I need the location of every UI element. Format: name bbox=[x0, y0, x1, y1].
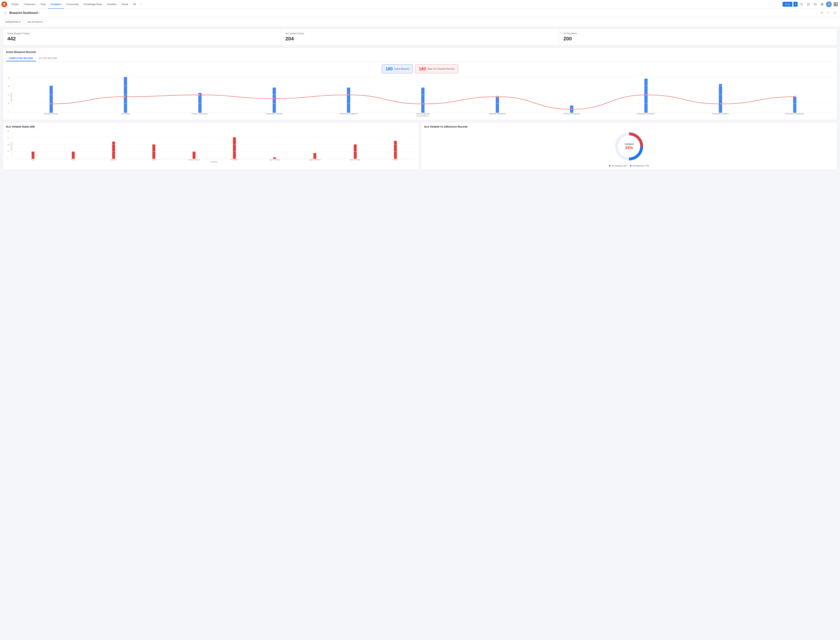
svg-rect-2 bbox=[814, 3, 816, 5]
sla-bar-group-3 bbox=[134, 130, 174, 159]
bar-label-6: Leadership Development bbox=[460, 113, 534, 115]
all-blueprints-filter[interactable]: All BluePrints ▾ bbox=[3, 19, 23, 24]
blueprints-bars-container bbox=[13, 77, 833, 113]
bar-label-10: Performance Management 2 bbox=[758, 113, 832, 115]
nav-item-activities[interactable]: Activities bbox=[104, 0, 119, 9]
sla-overdue-badge: 180 State SLA Overdue Records bbox=[415, 64, 458, 74]
bar-group-8 bbox=[609, 77, 683, 113]
user-avatar[interactable] bbox=[826, 2, 832, 7]
page-title[interactable]: Blueprint Dashboard ▾ bbox=[9, 11, 40, 14]
sla-bar-label-0: Open bbox=[13, 159, 53, 161]
nav-item-customers[interactable]: Customers bbox=[21, 0, 38, 9]
search-button[interactable] bbox=[799, 2, 805, 7]
bar-5 bbox=[421, 88, 425, 113]
bar-0 bbox=[50, 86, 53, 113]
tab-completed-record[interactable]: COMPLETED RECORD bbox=[6, 56, 36, 61]
zpad-button[interactable]: zPad bbox=[782, 2, 792, 6]
nav-item-tickets[interactable]: Tickets bbox=[9, 0, 21, 9]
sla-bar-group-6 bbox=[255, 130, 295, 159]
bar-group-4 bbox=[311, 77, 386, 113]
nav-item-knowledge-base[interactable]: Knowledge Base bbox=[81, 0, 104, 9]
nav-item-social[interactable]: Social bbox=[119, 0, 131, 9]
sla-bars-row bbox=[12, 130, 416, 159]
subheader: Blueprint Dashboard ▾ ••• ⤢ ⓘ bbox=[0, 9, 840, 17]
zpad-dropdown-button[interactable]: ▾ bbox=[794, 2, 798, 6]
stat-transitions-value: 200 bbox=[563, 36, 833, 42]
sla-adherence-card: SLA Violated Vs Adherence Records Violat… bbox=[421, 122, 837, 170]
more-options-button[interactable]: ••• bbox=[819, 10, 824, 16]
bar-7 bbox=[570, 106, 573, 113]
bar-9 bbox=[719, 84, 722, 113]
sla-bar-5 bbox=[233, 137, 236, 159]
bar-label-8: Compensation & Benefits 2 bbox=[609, 113, 683, 115]
bottom-row: SLA Violated States (89) VIOLATED 0 10 2… bbox=[3, 122, 837, 170]
svg-point-3 bbox=[822, 4, 822, 5]
svg-point-4 bbox=[828, 3, 830, 4]
bar-group-2 bbox=[163, 77, 237, 113]
active-records-title: Active Blueprint Records bbox=[6, 51, 834, 53]
bar-label-4: Performance management bbox=[311, 113, 386, 115]
svg-point-0 bbox=[800, 3, 803, 5]
bar-group-1 bbox=[88, 77, 163, 113]
blueprints-x-labels: Recruitment ProcessGoal SettingTraining … bbox=[14, 113, 832, 115]
stat-active-value: 442 bbox=[7, 36, 277, 42]
bar-3 bbox=[273, 88, 276, 113]
bar-group-0 bbox=[14, 77, 88, 113]
violations-legend-item: 20 Violations 25% bbox=[609, 165, 627, 167]
sla-bar-7 bbox=[313, 153, 316, 159]
sla-bar-label-2: Escalated bbox=[93, 159, 133, 161]
bookmark-button[interactable] bbox=[806, 2, 811, 7]
stat-sla-label: Sla Violated Tickets bbox=[285, 32, 555, 35]
bar-group-5 bbox=[386, 77, 460, 113]
stat-sla-violated-tickets: Sla Violated Tickets 204 bbox=[281, 29, 559, 45]
blueprints-bars-row bbox=[13, 77, 833, 113]
blueprints-y-axis-label: RECORDS bbox=[10, 93, 12, 102]
records-tabs: COMPLETED RECORD ACTIVE RECORD bbox=[6, 56, 834, 62]
settings-button[interactable] bbox=[819, 2, 825, 7]
sla-bar-group-1 bbox=[53, 130, 93, 159]
nav-item-im[interactable]: IM bbox=[131, 0, 138, 9]
stat-all-transitions: All Transitions 200 bbox=[559, 29, 837, 45]
sla-bar-label-6: Bug Fix Pending bbox=[254, 159, 295, 161]
blueprints-x-axis-title: BLUEPRINTS bbox=[13, 115, 833, 117]
stat-active-blueprint-tickets: Active Blueprint Tickets 442 bbox=[3, 29, 281, 45]
sla-bar-3 bbox=[152, 144, 155, 159]
grid-line-40 bbox=[13, 77, 833, 77]
bar-group-3 bbox=[237, 77, 311, 113]
nav-more-button[interactable]: ⋯ bbox=[138, 0, 144, 9]
donut-legend: 20 Violations 25% 60 Adherence 75% bbox=[609, 165, 649, 167]
donut-center-pct: 25% bbox=[625, 146, 633, 150]
last-24-hours-filter[interactable]: Last 24 Hours ▾ bbox=[25, 19, 45, 24]
subheader-actions: ••• ⤢ ⓘ bbox=[819, 10, 837, 16]
svg-line-1 bbox=[802, 5, 803, 5]
sla-violated-y-axis-label: VIOLATED bbox=[10, 142, 12, 152]
sla-bar-9 bbox=[394, 141, 397, 159]
back-button[interactable] bbox=[3, 10, 8, 16]
sla-violated-chart: VIOLATED 0 10 20 30 40 OpenClosedEscalat… bbox=[12, 130, 416, 163]
tab-active-record[interactable]: ACTIVE RECORD bbox=[36, 56, 60, 61]
app-logo[interactable] bbox=[2, 2, 7, 7]
bar-label-7: Training & Developmant bbox=[534, 113, 609, 115]
sla-bar-group-5 bbox=[214, 130, 254, 159]
nav-item-analytics[interactable]: Analytics bbox=[48, 0, 64, 9]
violations-legend-label: 20 Violations 25% bbox=[611, 165, 627, 167]
active-blueprint-count: 180 bbox=[386, 66, 393, 71]
nav-item-chat[interactable]: Chat bbox=[38, 0, 48, 9]
apps-grid-button[interactable] bbox=[833, 2, 838, 7]
active-blueprint-records-section: Active Blueprint Records COMPLETED RECOR… bbox=[3, 48, 837, 120]
bar-label-5: Career management bbox=[386, 113, 460, 115]
sla-bar-1 bbox=[72, 152, 75, 159]
stat-active-label: Active Blueprint Tickets bbox=[7, 32, 277, 35]
bar-group-9 bbox=[683, 77, 757, 113]
stats-row: Active Blueprint Tickets 442 Sla Violate… bbox=[3, 29, 837, 45]
expand-button[interactable]: ⤢ bbox=[826, 10, 831, 16]
info-button[interactable]: ⓘ bbox=[832, 10, 837, 16]
bar-group-10 bbox=[758, 77, 832, 113]
sla-bar-label-8: Partner Training bbox=[335, 159, 375, 161]
bar-label-3: Compensation & Benifits bbox=[237, 113, 311, 115]
filters-bar: All BluePrints ▾ Last 24 Hours ▾ bbox=[0, 17, 840, 26]
gamepad-button[interactable] bbox=[812, 2, 818, 7]
adherence-legend-dot bbox=[630, 165, 632, 166]
nav-item-community[interactable]: Community bbox=[64, 0, 81, 9]
grid-line-20 bbox=[13, 94, 833, 95]
